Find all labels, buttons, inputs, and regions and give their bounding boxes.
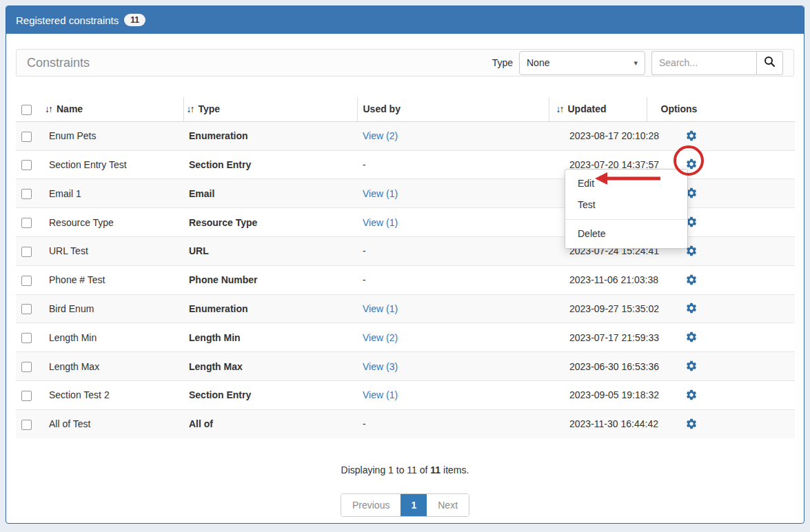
registered-constraints-panel: Registered constraints 11 Constraints Ty… xyxy=(6,6,804,524)
table-row: All of Test All of - 2023-11-30 16:44:42 xyxy=(16,409,795,438)
table-row: Enum Pets Enumeration View (2) 2023-08-1… xyxy=(16,121,795,150)
column-header-updated[interactable]: ↓↑Updated xyxy=(549,97,647,121)
menu-item-delete[interactable]: Delete xyxy=(565,223,687,245)
sort-icon[interactable]: ↓↑ xyxy=(187,103,194,114)
options-gear-icon[interactable] xyxy=(685,130,698,142)
toolbar-title: Constraints xyxy=(27,56,90,70)
pagination: Previous 1 Next xyxy=(341,493,469,517)
column-header-name[interactable]: ↓↑Name xyxy=(43,97,183,121)
constraint-type: Enumeration xyxy=(183,294,357,323)
constraints-table: ↓↑Name ↓↑Type Used by ↓↑Updated Options xyxy=(16,97,795,438)
used-by-link[interactable]: View (3) xyxy=(363,361,398,372)
summary-prefix: Displaying 1 to 11 of xyxy=(341,464,431,475)
row-checkbox[interactable] xyxy=(21,132,32,142)
options-gear-icon[interactable] xyxy=(685,274,698,286)
table-row: Length Max Length Max View (3) 2023-06-3… xyxy=(16,352,795,381)
panel-title: Registered constraints xyxy=(16,14,119,26)
column-header-type-label: Type xyxy=(199,103,221,114)
updated-timestamp: 2023-11-06 21:03:38 xyxy=(549,265,647,294)
table-row: Length Min Length Min View (2) 2023-07-1… xyxy=(16,323,795,352)
updated-timestamp: 2023-11-30 16:44:42 xyxy=(549,409,647,438)
updated-timestamp: 2023-09-05 19:18:32 xyxy=(549,380,647,409)
column-header-used-by: Used by xyxy=(357,97,549,121)
page-1-button[interactable]: 1 xyxy=(401,494,427,516)
updated-timestamp: 2023-08-17 20:10:28 xyxy=(549,121,647,150)
options-gear-icon[interactable] xyxy=(685,331,698,343)
constraint-name: Resource Type xyxy=(43,208,183,237)
used-by-link[interactable]: View (1) xyxy=(363,303,398,314)
row-checkbox[interactable] xyxy=(21,189,32,199)
used-by-link: - xyxy=(363,245,366,256)
used-by-link: - xyxy=(363,274,366,285)
used-by-link[interactable]: View (1) xyxy=(363,389,398,400)
row-checkbox[interactable] xyxy=(21,333,32,343)
constraint-type: Phone Number xyxy=(183,265,357,294)
row-checkbox[interactable] xyxy=(21,160,32,170)
constraint-type: Enumeration xyxy=(183,121,357,150)
sort-icon[interactable]: ↓↑ xyxy=(45,103,52,114)
row-checkbox[interactable] xyxy=(21,362,32,372)
options-gear-icon[interactable] xyxy=(685,302,698,314)
search-button[interactable] xyxy=(756,51,783,75)
used-by-link: - xyxy=(363,159,366,170)
constraint-type: Resource Type xyxy=(183,208,357,237)
constraint-name: Section Entry Test xyxy=(43,150,183,179)
type-filter-select[interactable]: None ▾ xyxy=(519,51,645,75)
updated-timestamp: 2023-09-27 15:35:02 xyxy=(549,294,647,323)
column-header-used-by-label: Used by xyxy=(363,103,401,114)
row-checkbox[interactable] xyxy=(21,276,32,286)
constraint-type: Section Entry xyxy=(183,380,357,409)
menu-item-edit[interactable]: Edit xyxy=(565,173,687,194)
type-filter-label: Type xyxy=(492,57,513,68)
table-row: Phone # Test Phone Number - 2023-11-06 2… xyxy=(16,265,795,294)
table-row: Section Test 2 Section Entry View (1) 20… xyxy=(16,380,795,409)
used-by-link[interactable]: View (1) xyxy=(363,217,398,228)
sort-icon[interactable]: ↓↑ xyxy=(556,103,563,114)
summary-suffix: items. xyxy=(441,464,469,475)
row-checkbox[interactable] xyxy=(21,247,32,257)
options-context-menu: Edit Test Delete xyxy=(565,169,688,249)
options-gear-icon[interactable] xyxy=(685,360,698,372)
next-page-button[interactable]: Next xyxy=(427,494,469,516)
column-header-type[interactable]: ↓↑Type xyxy=(183,97,357,121)
options-gear-icon[interactable] xyxy=(685,418,698,430)
select-all-checkbox[interactable] xyxy=(21,105,32,115)
row-checkbox[interactable] xyxy=(21,391,32,401)
constraint-name: Length Max xyxy=(43,352,183,381)
panel-header: Registered constraints 11 xyxy=(6,6,804,34)
table-header-row: ↓↑Name ↓↑Type Used by ↓↑Updated Options xyxy=(16,97,795,121)
updated-timestamp: 2023-07-17 21:59:33 xyxy=(549,323,647,352)
used-by-link[interactable]: View (2) xyxy=(363,332,398,343)
count-badge: 11 xyxy=(124,14,145,26)
previous-page-button[interactable]: Previous xyxy=(341,494,401,516)
column-header-options: Options xyxy=(647,97,795,121)
constraint-name: All of Test xyxy=(43,409,183,438)
options-gear-icon[interactable] xyxy=(685,389,698,401)
search-input[interactable] xyxy=(651,51,756,75)
constraint-type: Length Min xyxy=(183,323,357,352)
table-toolbar: Constraints Type None ▾ xyxy=(16,49,794,76)
constraint-type: Section Entry xyxy=(183,150,357,179)
menu-divider xyxy=(565,219,687,220)
row-checkbox[interactable] xyxy=(21,218,32,228)
used-by-link[interactable]: View (2) xyxy=(363,130,398,141)
caret-down-icon: ▾ xyxy=(634,59,638,68)
search-icon xyxy=(764,56,776,70)
constraint-type: URL xyxy=(183,236,357,265)
row-checkbox[interactable] xyxy=(21,420,32,430)
constraint-name: URL Test xyxy=(43,236,183,265)
type-filter-value: None xyxy=(527,57,549,68)
summary-total: 11 xyxy=(430,464,441,475)
constraint-name: Length Min xyxy=(43,323,183,352)
used-by-link[interactable]: View (1) xyxy=(363,188,398,199)
constraint-name: Enum Pets xyxy=(43,121,183,150)
constraint-name: Email 1 xyxy=(43,179,183,208)
used-by-link: - xyxy=(363,418,366,429)
constraint-type: Length Max xyxy=(183,352,357,381)
column-header-options-label: Options xyxy=(661,103,698,114)
constraint-name: Bird Enum xyxy=(43,294,183,323)
table-row: Bird Enum Enumeration View (1) 2023-09-2… xyxy=(16,294,795,323)
constraint-type: Email xyxy=(183,179,357,208)
row-checkbox[interactable] xyxy=(21,304,32,314)
menu-item-test[interactable]: Test xyxy=(565,194,687,216)
